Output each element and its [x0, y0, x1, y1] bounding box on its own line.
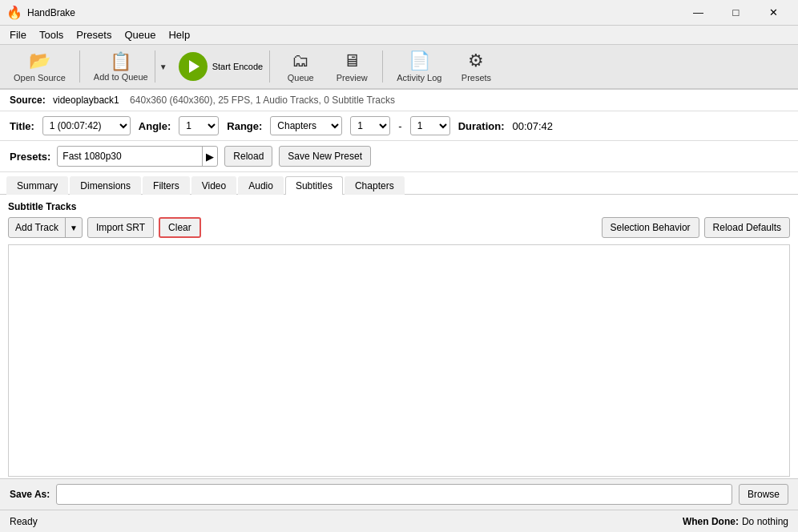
queue-label: Queue [288, 73, 314, 83]
tab-video[interactable]: Video [191, 176, 236, 195]
source-info: 640x360 (640x360), 25 FPS, 1 Audio Track… [130, 95, 395, 106]
when-done-value: Do nothing [742, 516, 788, 527]
close-button[interactable]: ✕ [756, 2, 792, 24]
main-window: 🔥 HandBrake — □ ✕ File Tools Presets Que… [0, 0, 798, 532]
browse-button[interactable]: Browse [739, 484, 788, 505]
subtitle-panel-title: Subtitle Tracks [8, 201, 790, 212]
titlebar-controls: — □ ✕ [680, 2, 792, 24]
presets-dropdown-icon[interactable]: ▶ [202, 147, 217, 166]
angle-label: Angle: [139, 120, 171, 132]
range-type-select[interactable]: Chapters [270, 116, 342, 135]
subtitle-grid [8, 244, 790, 477]
tab-subtitles[interactable]: Subtitles [285, 176, 343, 195]
toolbar-sep-3 [382, 50, 383, 83]
add-to-queue-button[interactable]: 📋 Add to Queue ▼ [87, 46, 172, 87]
preview-button[interactable]: 🖥 Preview [328, 46, 376, 87]
start-encode-label: Start Encode [212, 62, 264, 71]
title-label: Title: [10, 120, 34, 132]
selection-behavior-button[interactable]: Selection Behavior [602, 217, 699, 238]
subtitle-panel: Subtitle Tracks Add Track ▼ Import SRT C… [0, 195, 798, 490]
source-bar: Source: videoplayback1 640x360 (640x360)… [0, 90, 798, 111]
save-as-label: Save As: [10, 489, 50, 500]
presets-row: Presets: ▶ Reload Save New Preset [0, 141, 798, 172]
presets-icon: ⚙ [468, 50, 484, 71]
toolbar-sep-2 [269, 50, 270, 83]
source-filename: videoplayback1 [53, 95, 119, 106]
toolbar: 📂 Open Source 📋 Add to Queue ▼ Start Enc… [0, 45, 798, 90]
menu-tools[interactable]: Tools [33, 27, 70, 42]
play-icon [189, 60, 200, 73]
add-track-dropdown-icon[interactable]: ▼ [66, 218, 82, 237]
titlebar-left: 🔥 HandBrake [6, 5, 75, 20]
open-source-button[interactable]: 📂 Open Source [6, 46, 73, 87]
tab-filters[interactable]: Filters [143, 176, 190, 195]
title-select[interactable]: 1 (00:07:42) [42, 116, 131, 135]
add-to-queue-dropdown-icon[interactable]: ▼ [155, 50, 171, 83]
source-label: Source: [10, 95, 46, 106]
status-text: Ready [10, 516, 38, 527]
range-dash: - [398, 120, 401, 132]
preview-label: Preview [337, 73, 368, 83]
activity-log-icon: 📄 [409, 50, 430, 71]
activity-log-button[interactable]: 📄 Activity Log [389, 46, 449, 87]
tab-chapters[interactable]: Chapters [345, 176, 405, 195]
range-label: Range: [227, 120, 262, 132]
range-to-select[interactable]: 1 [410, 116, 450, 135]
tab-audio[interactable]: Audio [238, 176, 284, 195]
duration-label: Duration: [458, 120, 505, 132]
menu-help[interactable]: Help [162, 27, 196, 42]
tabs-bar: Summary Dimensions Filters Video Audio S… [0, 172, 798, 195]
queue-icon: 🗂 [292, 50, 309, 71]
open-source-label: Open Source [14, 73, 66, 83]
save-as-bar: Save As: Browse [0, 478, 798, 510]
reload-button[interactable]: Reload [224, 146, 272, 167]
range-from-select[interactable]: 1 [350, 116, 390, 135]
tab-summary[interactable]: Summary [6, 176, 68, 195]
toolbar-sep-1 [79, 50, 80, 83]
tab-dimensions[interactable]: Dimensions [70, 176, 141, 195]
open-source-icon: 📂 [29, 50, 50, 71]
duration-value: 00:07:42 [512, 120, 553, 132]
clear-button[interactable]: Clear [159, 217, 201, 238]
statusbar-right: When Done: Do nothing [683, 516, 788, 527]
start-encode-button[interactable] [179, 52, 208, 81]
when-done-label: When Done: [683, 516, 739, 527]
add-track-button[interactable]: Add Track ▼ [8, 217, 83, 238]
menu-queue[interactable]: Queue [118, 27, 162, 42]
presets-label: Presets [461, 73, 491, 83]
import-srt-button[interactable]: Import SRT [87, 217, 154, 238]
content-area: Subtitle Tracks Add Track ▼ Import SRT C… [0, 195, 798, 490]
titlebar: 🔥 HandBrake — □ ✕ [0, 0, 798, 26]
save-new-preset-button[interactable]: Save New Preset [279, 146, 371, 167]
presets-input[interactable] [58, 147, 202, 166]
menu-presets[interactable]: Presets [70, 27, 118, 42]
title-row: Title: 1 (00:07:42) Angle: 1 Range: Chap… [0, 111, 798, 141]
subtitle-toolbar-right: Selection Behavior Reload Defaults [602, 217, 790, 238]
reload-defaults-button[interactable]: Reload Defaults [704, 217, 790, 238]
statusbar: Ready When Done: Do nothing [0, 510, 798, 532]
maximize-button[interactable]: □ [718, 2, 754, 24]
app-title: HandBrake [27, 7, 75, 18]
presets-input-wrap: ▶ [57, 146, 218, 167]
presets-row-label: Presets: [10, 151, 50, 163]
add-track-label[interactable]: Add Track [9, 218, 66, 237]
presets-button[interactable]: ⚙ Presets [452, 46, 500, 87]
menu-file[interactable]: File [3, 27, 33, 42]
add-to-queue-icon: 📋 [110, 51, 131, 72]
angle-select[interactable]: 1 [179, 116, 219, 135]
app-icon: 🔥 [6, 5, 22, 20]
save-as-input[interactable] [56, 484, 732, 505]
queue-button[interactable]: 🗂 Queue [276, 46, 324, 87]
minimize-button[interactable]: — [680, 2, 716, 24]
subtitle-toolbar: Add Track ▼ Import SRT Clear Selection B… [8, 217, 790, 238]
add-to-queue-label: Add to Queue [94, 72, 148, 82]
subtitle-toolbar-left: Add Track ▼ Import SRT Clear [8, 217, 201, 238]
menubar: File Tools Presets Queue Help [0, 26, 798, 45]
activity-log-label: Activity Log [397, 73, 441, 83]
preview-icon: 🖥 [343, 50, 361, 71]
